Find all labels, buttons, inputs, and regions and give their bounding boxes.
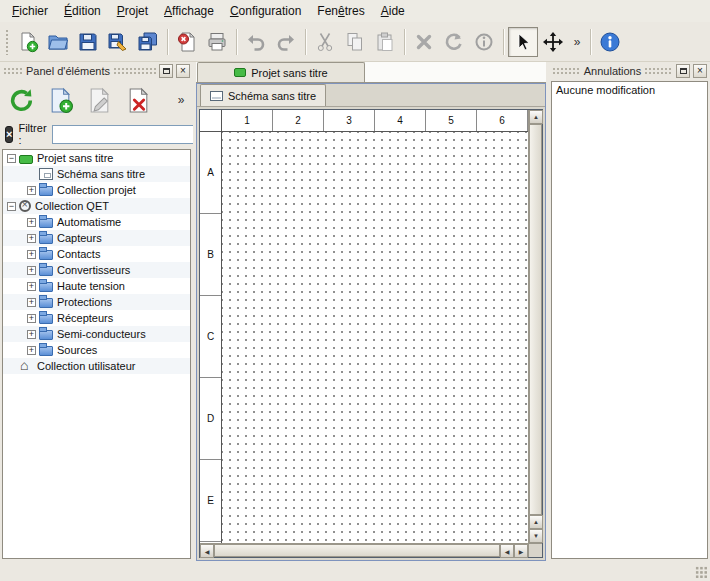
delete-button[interactable] <box>409 27 439 57</box>
undo-button[interactable] <box>241 27 271 57</box>
horizontal-scroll-thumb[interactable] <box>214 544 500 557</box>
element-info-button[interactable] <box>469 27 499 57</box>
tree-expander-icon[interactable] <box>27 218 36 227</box>
menu-item[interactable]: Aide <box>373 1 413 21</box>
save-all-button[interactable] <box>133 27 163 57</box>
tree-expander-icon[interactable] <box>7 202 16 211</box>
tree-item[interactable]: Automatisme <box>3 214 190 230</box>
tree-expander-icon[interactable] <box>27 298 36 307</box>
tree-item-icon <box>39 314 53 324</box>
tree-expander-icon[interactable] <box>27 266 36 275</box>
tree-item[interactable]: Sources <box>3 342 190 358</box>
dock-close-button[interactable]: × <box>176 64 190 78</box>
column-label: 6 <box>477 110 528 131</box>
tree-item[interactable]: Capteurs <box>3 230 190 246</box>
arrow-left-icon: ◀ <box>505 548 510 555</box>
element-panel-title: Panel d'éléments <box>26 65 110 77</box>
tree-item[interactable]: Haute tension <box>3 278 190 294</box>
close-file-button[interactable] <box>172 27 202 57</box>
rotate-button[interactable] <box>439 27 469 57</box>
menu-item[interactable]: Fenêtres <box>309 1 372 21</box>
chevron-double-right-icon: » <box>574 35 581 49</box>
menu-item[interactable]: Projet <box>109 1 156 21</box>
dock-float-button[interactable] <box>159 64 173 78</box>
scroll-up-button[interactable]: ▲ <box>529 110 543 124</box>
scroll-left-button[interactable]: ◀ <box>200 544 214 558</box>
scroll-left-button[interactable]: ◀ <box>500 544 514 558</box>
dock-drag-handle[interactable] <box>113 67 156 75</box>
scroll-right-button[interactable]: ▶ <box>514 544 528 558</box>
redo-button[interactable] <box>271 27 301 57</box>
cut-button[interactable] <box>310 27 340 57</box>
menu-item[interactable]: Configuration <box>222 1 309 21</box>
schema-tab[interactable]: Schéma sans titre <box>200 84 326 106</box>
menu-item[interactable]: Affichage <box>156 1 222 21</box>
tree-expander-icon[interactable] <box>27 186 36 195</box>
tree-expander-icon[interactable] <box>27 234 36 243</box>
menu-item[interactable]: Édition <box>56 1 109 21</box>
tree-item[interactable]: Récepteurs <box>3 310 190 326</box>
tree-item[interactable]: Projet sans titre <box>3 150 190 166</box>
copy-icon <box>344 31 366 53</box>
tree-expander-icon[interactable] <box>27 250 36 259</box>
about-qet-button[interactable] <box>595 27 625 57</box>
dock-drag-handle[interactable] <box>644 67 673 75</box>
tree-item[interactable]: Convertisseurs <box>3 262 190 278</box>
tree-item[interactable]: Contacts <box>3 246 190 262</box>
menu-item[interactable]: Fichier <box>4 1 56 21</box>
new-file-icon <box>17 31 39 53</box>
copy-button[interactable] <box>340 27 370 57</box>
tree-expander-icon[interactable] <box>7 154 16 163</box>
column-label: 5 <box>426 110 477 131</box>
toolbar-drag-handle[interactable] <box>5 29 10 55</box>
tree-item-label: Capteurs <box>57 232 102 244</box>
resize-grip[interactable] <box>695 566 708 579</box>
menubar: Fichier Édition Projet Affichage Configu… <box>0 0 710 22</box>
clear-filter-button[interactable]: × <box>5 126 13 143</box>
diagram-canvas[interactable] <box>222 132 528 543</box>
new-element-button[interactable] <box>43 83 77 117</box>
vertical-scrollbar[interactable]: ▲ ▲ ▼ <box>528 110 542 543</box>
undo-empty-entry[interactable]: Aucune modification <box>552 82 707 98</box>
toolbar-overflow-button[interactable]: » <box>568 27 586 57</box>
tree-expander-icon[interactable] <box>27 282 36 291</box>
tree-item[interactable]: Collection projet <box>3 182 190 198</box>
paste-button[interactable] <box>370 27 400 57</box>
column-label: 3 <box>324 110 375 131</box>
pan-mode-button[interactable] <box>538 27 568 57</box>
tree-item[interactable]: Collection utilisateur <box>3 358 190 374</box>
new-file-button[interactable] <box>13 27 43 57</box>
tree-expander-icon[interactable] <box>27 314 36 323</box>
save-file-button[interactable] <box>73 27 103 57</box>
dock-close-button[interactable]: × <box>693 64 707 78</box>
reload-collections-button[interactable] <box>4 83 38 117</box>
redo-icon <box>275 31 297 53</box>
delete-element-button[interactable] <box>121 83 155 117</box>
save-file-as-button[interactable] <box>103 27 133 57</box>
dock-drag-handle[interactable] <box>552 67 581 75</box>
column-label: 2 <box>273 110 324 131</box>
panel-overflow-button[interactable]: » <box>173 85 189 115</box>
vertical-scroll-thumb[interactable] <box>529 124 542 515</box>
tree-item[interactable]: Collection QET <box>3 198 190 214</box>
row-label: A <box>200 132 221 214</box>
project-tab[interactable]: Projet sans titre <box>197 62 365 82</box>
tree-expander-icon[interactable] <box>27 330 36 339</box>
scroll-down-button[interactable]: ▼ <box>529 529 543 543</box>
tree-item[interactable]: Schéma sans titre <box>3 166 190 182</box>
open-file-button[interactable] <box>43 27 73 57</box>
horizontal-scrollbar[interactable]: ◀ ◀ ▶ <box>200 543 528 557</box>
scroll-up-button[interactable]: ▲ <box>529 515 543 529</box>
arrow-down-icon: ▼ <box>533 533 539 539</box>
selection-mode-button[interactable] <box>508 27 538 57</box>
dock-float-button[interactable] <box>676 64 690 78</box>
dock-drag-handle[interactable] <box>3 67 23 75</box>
move-icon <box>542 31 564 53</box>
tree-expander-icon[interactable] <box>27 346 36 355</box>
tree-item[interactable]: Protections <box>3 294 190 310</box>
tree-item-icon <box>39 330 53 340</box>
print-button[interactable] <box>202 27 232 57</box>
filter-input[interactable] <box>52 125 202 144</box>
edit-element-button[interactable] <box>82 83 116 117</box>
tree-item[interactable]: Semi-conducteurs <box>3 326 190 342</box>
